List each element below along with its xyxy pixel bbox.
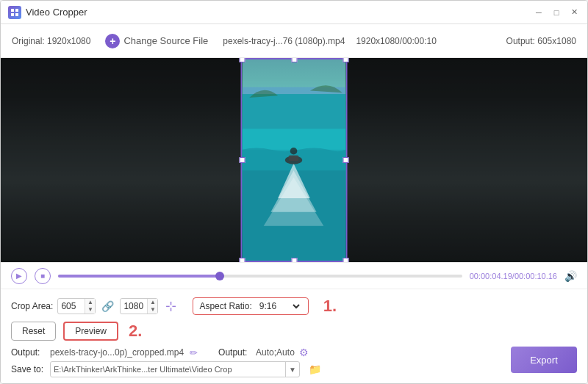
crop-height-down[interactable]: ▼: [148, 306, 157, 314]
timeline-fill: [58, 275, 220, 278]
annotation-2: 2.: [129, 322, 142, 341]
maximize-button[interactable]: □: [551, 7, 562, 18]
crop-handle-mr[interactable]: [343, 157, 349, 163]
time-display: 00:00:04.19/00:00:10.16: [470, 272, 557, 280]
crop-handle-tr[interactable]: [343, 58, 349, 62]
crop-handle-ml[interactable]: [240, 157, 245, 163]
controls-row-1: Crop Area: ▲ ▼ 🔗 ▲ ▼: [11, 297, 577, 316]
export-button[interactable]: Export: [511, 347, 577, 373]
output-info-header: Output: 605x1080: [506, 36, 576, 46]
crop-width-up[interactable]: ▲: [85, 299, 95, 306]
change-source-label: Change Source File: [123, 35, 208, 46]
crop-handle-tl[interactable]: [240, 58, 245, 62]
change-source-button[interactable]: + Change Source File: [105, 34, 208, 48]
svg-rect-10: [289, 155, 299, 161]
folder-icon[interactable]: 📁: [309, 363, 321, 375]
time-total: 00:00:10.16: [514, 272, 557, 280]
title-bar-left: Video Cropper: [8, 6, 87, 19]
reset-button[interactable]: Reset: [11, 322, 56, 341]
stop-button[interactable]: ■: [35, 268, 51, 284]
crop-handle-bm[interactable]: [291, 258, 297, 262]
aspect-ratio-label: Aspect Ratio:: [199, 301, 251, 311]
crop-handle-tm[interactable]: [291, 58, 297, 62]
move-icon[interactable]: ⊹: [165, 298, 176, 314]
svg-rect-1: [15, 9, 18, 12]
crop-handle-br[interactable]: [343, 258, 349, 262]
output-label: Output:: [11, 347, 44, 358]
crop-selection[interactable]: [241, 58, 348, 262]
save-path-control: E:\ArkThinker\ArkThinke...ter Ultimate\V…: [50, 361, 300, 377]
window-title: Video Cropper: [26, 7, 87, 18]
aspect-ratio-group: Aspect Ratio: 9:16 Free 1:1 4:3 16:9 Cus…: [193, 297, 308, 315]
annotation-1: 1.: [323, 297, 337, 316]
preview-button[interactable]: Preview: [63, 322, 118, 341]
svg-rect-2: [11, 13, 14, 16]
minimize-button[interactable]: ─: [533, 7, 545, 18]
save-path-dropdown[interactable]: ▼: [285, 362, 299, 377]
output-settings-label: Output:: [218, 347, 251, 358]
close-button[interactable]: ✕: [568, 7, 580, 18]
crop-overlay-right: [347, 58, 587, 262]
header-bar: Original: 1920x1080 + Change Source File…: [1, 24, 587, 58]
svg-rect-3: [15, 13, 18, 16]
file-info: pexels-tracy-j...76 (1080p).mp4 1920x108…: [223, 36, 437, 46]
output-row: Output: pexels-tracy-jo...0p)_cropped.mp…: [11, 347, 577, 358]
window-controls: ─ □ ✕: [533, 7, 580, 18]
aspect-ratio-select[interactable]: 9:16 Free 1:1 4:3 16:9 Custom: [257, 300, 302, 312]
svg-point-11: [290, 148, 298, 154]
app-window: Video Cropper ─ □ ✕ Original: 1920x1080 …: [0, 0, 588, 384]
controls-row-2: Reset Preview 2.: [11, 322, 577, 341]
video-canvas: [1, 58, 587, 262]
save-path-text: E:\ArkThinker\ArkThinke...ter Ultimate\V…: [51, 365, 285, 374]
edit-icon[interactable]: ✏: [190, 347, 198, 358]
output-file: pexels-tracy-jo...0p)_cropped.mp4: [50, 347, 184, 358]
crop-height-input-wrap: ▲ ▼: [120, 298, 158, 314]
timeline-track[interactable]: [58, 275, 462, 278]
save-row: Save to: E:\ArkThinker\ArkThinke...ter U…: [11, 361, 577, 377]
crop-width-input-wrap: ▲ ▼: [57, 298, 96, 314]
title-bar: Video Cropper ─ □ ✕: [1, 1, 587, 24]
timeline-thumb[interactable]: [215, 272, 224, 280]
output-settings-value: Auto;Auto: [256, 347, 295, 358]
crop-area-group: Crop Area: ▲ ▼ 🔗 ▲ ▼: [11, 298, 176, 314]
file-meta: 1920x1080/00:00:10: [356, 36, 436, 46]
crop-width-spinners: ▲ ▼: [85, 299, 95, 314]
video-content: [243, 59, 346, 261]
crop-width-down[interactable]: ▼: [85, 306, 95, 314]
lock-icon[interactable]: 🔗: [101, 300, 114, 312]
save-to-label: Save to:: [11, 364, 44, 374]
file-name: pexels-tracy-j...76 (1080p).mp4: [223, 36, 345, 46]
controls-area: Crop Area: ▲ ▼ 🔗 ▲ ▼: [1, 289, 587, 383]
original-info: Original: 1920x1080: [12, 36, 90, 46]
crop-overlay-left: [1, 58, 241, 262]
output-right: Output: Auto;Auto ⚙: [218, 347, 309, 358]
app-icon: [8, 6, 21, 19]
add-icon: +: [105, 34, 120, 48]
play-button[interactable]: ▶: [11, 268, 27, 284]
crop-height-up[interactable]: ▲: [148, 299, 157, 306]
crop-handle-bl[interactable]: [240, 258, 245, 262]
crop-height-spinners: ▲ ▼: [147, 299, 157, 314]
gear-icon[interactable]: ⚙: [299, 347, 309, 358]
crop-area-label: Crop Area:: [11, 301, 53, 311]
svg-rect-0: [11, 9, 14, 12]
volume-icon[interactable]: 🔊: [564, 270, 577, 282]
video-preview: [1, 58, 587, 262]
bottom-controls: Crop Area: ▲ ▼ 🔗 ▲ ▼: [1, 289, 587, 383]
playback-bar: ▶ ■ 00:00:04.19/00:00:10.16 🔊: [1, 262, 587, 289]
crop-inner: [243, 59, 346, 261]
time-current: 00:00:04.19: [470, 272, 512, 280]
